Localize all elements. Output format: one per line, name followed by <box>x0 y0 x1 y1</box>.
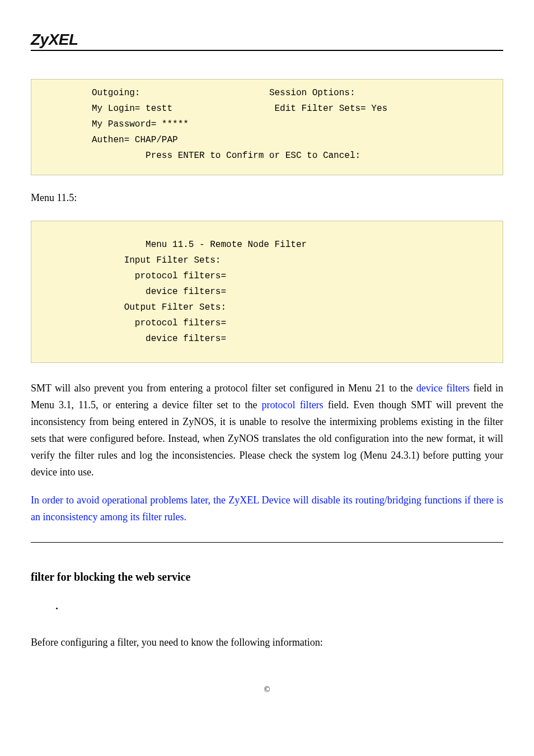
document-page: ZyXEL Outgoing: Session Options: My Logi… <box>0 0 534 756</box>
paragraph-warning: In order to avoid operational problems l… <box>31 492 503 525</box>
brand-rule <box>31 50 503 51</box>
brand-logo: ZyXEL <box>31 31 503 49</box>
paragraph-before-config: Before configuring a filter, you need to… <box>31 634 503 651</box>
bullet-item-empty <box>63 606 503 612</box>
code-text: My Login= testt <box>92 104 172 114</box>
code-box-outgoing: Outgoing: Session Options: My Login= tes… <box>31 79 503 175</box>
code-text: Input Filter Sets: <box>124 255 221 265</box>
code-text: Outgoing: <box>92 88 140 98</box>
code-text: device filters= <box>146 287 226 297</box>
section-rule <box>31 542 503 543</box>
code-box-remote-node-filter: Menu 11.5 - Remote Node Filter Input Fil… <box>31 221 503 363</box>
code-text: Press ENTER to Confirm or ESC to Cancel: <box>146 151 360 161</box>
code-text: protocol filters= <box>135 318 226 328</box>
term-protocol-filters: protocol filters <box>262 399 324 410</box>
term-device-filters: device filters <box>416 382 470 394</box>
caption-menu-11-5: Menu 11.5: <box>31 192 503 204</box>
code-text: Session Options: <box>269 88 355 98</box>
text-run: SMT will also prevent you from entering … <box>31 382 416 394</box>
section-title-filter-blocking: filter for blocking the web service <box>31 571 503 584</box>
code-text: Output Filter Sets: <box>124 302 226 312</box>
code-text: Menu 11.5 - Remote Node Filter <box>146 240 307 250</box>
code-text: Edit Filter Sets= Yes <box>274 104 387 114</box>
code-text: device filters= <box>146 334 226 344</box>
paragraph-smt: SMT will also prevent you from entering … <box>31 380 503 480</box>
code-text: Authen= CHAP/PAP <box>92 135 178 145</box>
code-text: My Password= ***** <box>92 119 189 129</box>
footer-copyright: © <box>0 685 534 694</box>
code-text: protocol filters= <box>135 271 226 281</box>
text-run: field. Even though SMT will prevent the … <box>31 399 503 478</box>
bullet-list <box>31 606 503 612</box>
